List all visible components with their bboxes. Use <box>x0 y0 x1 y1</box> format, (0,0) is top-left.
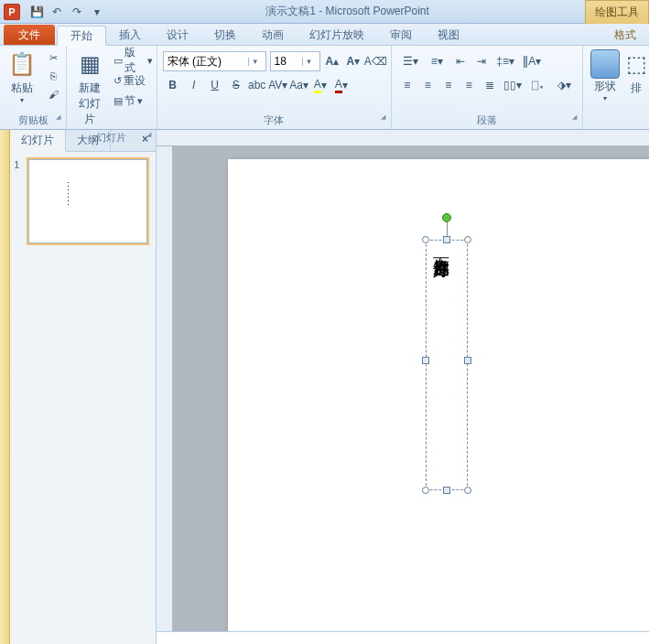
tab-review[interactable]: 审阅 <box>377 25 425 45</box>
redo-button[interactable]: ↷ <box>68 3 86 21</box>
tab-slideshow[interactable]: 幻灯片放映 <box>297 25 377 45</box>
vertical-ruler <box>157 146 173 631</box>
numbering-button[interactable]: ≡▾ <box>424 51 449 71</box>
new-slide-button[interactable]: ▦ 新建 幻灯片 <box>70 48 110 129</box>
tab-design[interactable]: 设计 <box>154 25 201 45</box>
resize-handle-tl[interactable] <box>422 236 429 243</box>
underline-button[interactable]: U <box>205 75 225 95</box>
shrink-font-button[interactable]: A▾ <box>344 51 362 71</box>
selected-textbox[interactable]: 百度知道你好！ <box>426 240 468 490</box>
align-text-button[interactable]: ⎕▾ <box>526 75 551 95</box>
group-label-paragraph: 段落 <box>395 112 579 129</box>
char-spacing-button[interactable]: AV▾ <box>268 75 288 95</box>
resize-handle-ml[interactable] <box>422 357 429 364</box>
grow-font-button[interactable]: A▴ <box>324 51 341 71</box>
tab-format[interactable]: 格式 <box>601 25 649 45</box>
shadow-button[interactable]: abc <box>247 75 267 95</box>
columns-button[interactable]: ▯▯▾ <box>500 75 525 95</box>
strike-button[interactable]: S <box>226 75 246 95</box>
contextual-tool-tab: 绘图工具 <box>585 0 649 24</box>
tab-slides-thumbnails[interactable]: 幻灯片 <box>10 130 66 152</box>
quick-access-toolbar: 💾 ↶ ↷ ▾ <box>24 3 110 21</box>
resize-handle-br[interactable] <box>464 487 471 494</box>
group-label-font: 字体 <box>161 112 387 129</box>
group-clipboard: 📋 粘贴 ▾ ✂ ⎘ 🖌 剪贴板 <box>0 46 67 129</box>
format-painter-button[interactable]: 🖌 <box>44 86 62 102</box>
save-button[interactable]: 💾 <box>27 3 46 21</box>
font-size-combo[interactable]: 18 ▼ <box>270 51 320 71</box>
resize-handle-bl[interactable] <box>422 487 429 494</box>
canvas-area: 百度知道你好！ <box>157 130 649 644</box>
workspace: 幻灯片 大纲 × 1 ▪▪▪▪▪▪▪ <box>0 130 649 644</box>
smartart-button[interactable]: ⬗▾ <box>552 75 577 95</box>
change-case-button[interactable]: Aa▾ <box>289 75 309 95</box>
decrease-indent-button[interactable]: ⇤ <box>450 51 471 71</box>
tab-animation[interactable]: 动画 <box>249 25 297 45</box>
cut-button[interactable]: ✂ <box>44 49 62 66</box>
resize-handle-bm[interactable] <box>443 487 450 494</box>
horizontal-ruler <box>157 130 649 146</box>
textbox-content[interactable]: 百度知道你好！ <box>427 241 456 271</box>
tab-file[interactable]: 文件 <box>4 25 55 45</box>
highlight-button[interactable]: A▾ <box>310 75 330 95</box>
font-name-combo[interactable]: 宋体 (正文) ▼ <box>163 51 266 71</box>
chevron-down-icon: ▼ <box>248 58 262 66</box>
side-panel: 幻灯片 大纲 × 1 ▪▪▪▪▪▪▪ <box>10 130 157 644</box>
rotate-handle[interactable] <box>442 213 451 222</box>
paste-button[interactable]: 📋 粘贴 ▾ <box>4 48 40 106</box>
italic-button[interactable]: I <box>184 75 204 95</box>
justify-button[interactable]: ≡ <box>459 75 478 95</box>
align-right-button[interactable]: ≡ <box>438 75 458 95</box>
arrange-icon: ⬚ <box>627 49 645 79</box>
copy-button[interactable]: ⎘ <box>44 68 62 84</box>
chevron-down-icon: ▼ <box>302 58 316 66</box>
slide-canvas[interactable]: 百度知道你好！ <box>228 159 649 631</box>
section-button[interactable]: ▤ 节 ▾ <box>114 91 153 110</box>
ribbon: 📋 粘贴 ▾ ✂ ⎘ 🖌 剪贴板 ▦ 新建 幻灯片 ▭ 版式 ▾ ↺ 重设 ▤ … <box>0 46 649 130</box>
distribute-button[interactable]: ≣ <box>480 75 499 95</box>
thumbnail-row: 1 ▪▪▪▪▪▪▪ <box>14 159 152 243</box>
font-color-button[interactable]: A▾ <box>331 75 352 95</box>
undo-button[interactable]: ↶ <box>48 3 66 21</box>
layout-button[interactable]: ▭ 版式 ▾ <box>114 51 153 70</box>
qat-dropdown[interactable]: ▾ <box>88 3 106 21</box>
group-font: 宋体 (正文) ▼ 18 ▼ A▴ A▾ A⌫ B I U S abc AV▾ … <box>157 46 392 129</box>
bold-button[interactable]: B <box>163 75 183 95</box>
new-slide-icon: ▦ <box>75 49 104 79</box>
tool-tab-line1: 绘图工具 <box>595 5 639 20</box>
text-direction-button[interactable]: ǁA▾ <box>519 51 545 71</box>
resize-handle-tm[interactable] <box>443 236 450 243</box>
resize-handle-mr[interactable] <box>464 357 471 364</box>
left-sliver <box>0 130 10 644</box>
tab-insert[interactable]: 插入 <box>106 25 154 45</box>
paste-icon: 📋 <box>7 49 37 79</box>
tab-view[interactable]: 视图 <box>425 25 472 45</box>
arrange-button[interactable]: ⬚ 排 <box>627 48 645 98</box>
group-paragraph: ☰▾ ≡▾ ⇤ ⇥ ‡≡▾ ǁA▾ ≡ ≡ ≡ ≡ ≣ ▯▯▾ ⎕▾ ⬗▾ 段落 <box>392 46 583 129</box>
app-icon: P <box>4 4 20 20</box>
group-drawing: 形状 ▾ ⬚ 排 . <box>583 46 649 129</box>
title-bar: P 💾 ↶ ↷ ▾ 演示文稿1 - Microsoft PowerPoint 绘… <box>0 0 649 24</box>
clear-format-button[interactable]: A⌫ <box>365 51 385 71</box>
slide-number: 1 <box>14 159 23 243</box>
group-slides: ▦ 新建 幻灯片 ▭ 版式 ▾ ↺ 重设 ▤ 节 ▾ 幻灯片 <box>67 46 157 129</box>
thumb-content-preview: ▪▪▪▪▪▪▪ <box>66 180 70 206</box>
shapes-button[interactable]: 形状 ▾ <box>587 48 623 104</box>
align-center-button[interactable]: ≡ <box>418 75 438 95</box>
increase-indent-button[interactable]: ⇥ <box>471 51 492 71</box>
ribbon-tabs: 文件 开始 插入 设计 切换 动画 幻灯片放映 审阅 视图 格式 <box>0 24 649 46</box>
group-label-clipboard: 剪贴板 <box>4 112 62 129</box>
tab-home[interactable]: 开始 <box>57 26 106 46</box>
line-spacing-button[interactable]: ‡≡▾ <box>492 51 518 71</box>
align-left-button[interactable]: ≡ <box>397 75 416 95</box>
reset-button[interactable]: ↺ 重设 <box>114 71 153 90</box>
bullets-button[interactable]: ☰▾ <box>397 51 423 71</box>
resize-handle-tr[interactable] <box>464 236 471 243</box>
slide-thumbnail[interactable]: ▪▪▪▪▪▪▪ <box>28 159 147 243</box>
window-title: 演示文稿1 - Microsoft PowerPoint <box>110 4 585 19</box>
group-label-slides: 幻灯片 <box>70 129 153 146</box>
shapes-icon <box>590 49 620 79</box>
tab-transition[interactable]: 切换 <box>201 25 249 45</box>
notes-pane[interactable] <box>157 631 649 644</box>
thumbnails-list: 1 ▪▪▪▪▪▪▪ <box>10 152 156 644</box>
